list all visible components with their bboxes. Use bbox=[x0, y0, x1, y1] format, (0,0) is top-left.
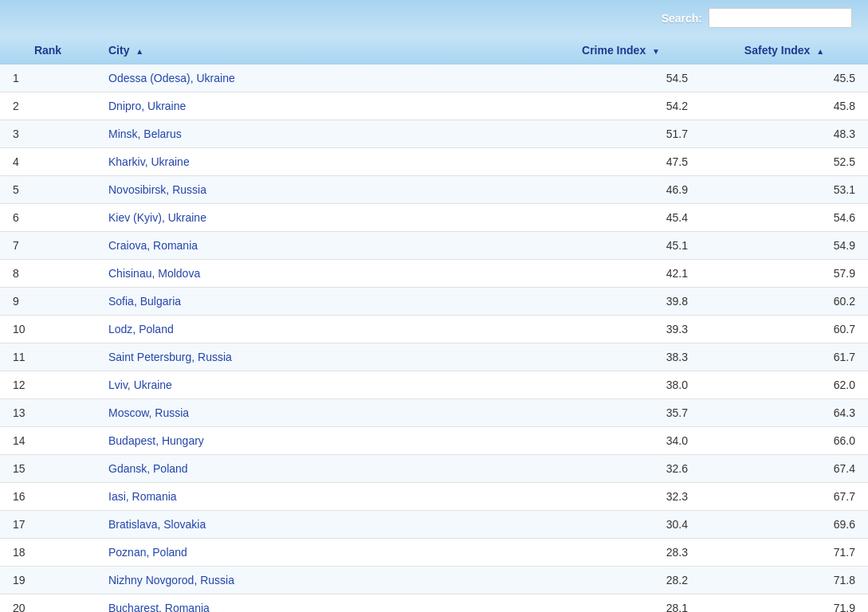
city-link[interactable]: Poznan, Poland bbox=[108, 546, 187, 559]
safety-index-header[interactable]: Safety Index ▲ bbox=[701, 36, 868, 65]
table-row: 19Nizhny Novgorod, Russia28.271.8 bbox=[0, 567, 868, 594]
safety-index-cell: 64.3 bbox=[701, 399, 868, 427]
rank-cell: 7 bbox=[0, 232, 96, 260]
crime-index-cell: 39.3 bbox=[541, 316, 701, 343]
table-row: 2Dnipro, Ukraine54.245.8 bbox=[0, 92, 868, 120]
crime-index-cell: 38.3 bbox=[541, 343, 701, 371]
city-cell[interactable]: Sofia, Bulgaria bbox=[96, 288, 541, 316]
city-cell[interactable]: Kharkiv, Ukraine bbox=[96, 148, 541, 176]
search-label: Search: bbox=[662, 12, 702, 25]
table-row: 18Poznan, Poland28.371.7 bbox=[0, 539, 868, 567]
rank-cell: 15 bbox=[0, 455, 96, 483]
city-cell[interactable]: Lviv, Ukraine bbox=[96, 371, 541, 399]
city-cell[interactable]: Budapest, Hungary bbox=[96, 427, 541, 455]
rank-cell: 6 bbox=[0, 204, 96, 232]
city-link[interactable]: Odessa (Odesa), Ukraine bbox=[108, 72, 235, 84]
crime-index-cell: 38.0 bbox=[541, 371, 701, 399]
safety-index-cell: 53.1 bbox=[701, 176, 868, 204]
rank-cell: 1 bbox=[0, 65, 96, 92]
rank-cell: 2 bbox=[0, 92, 96, 120]
search-input[interactable] bbox=[709, 8, 852, 28]
city-link[interactable]: Novosibirsk, Russia bbox=[108, 183, 206, 196]
city-header[interactable]: City ▲ bbox=[96, 36, 541, 65]
rank-header[interactable]: Rank bbox=[0, 36, 96, 65]
table-row: 15Gdansk, Poland32.667.4 bbox=[0, 455, 868, 483]
table-row: 14Budapest, Hungary34.066.0 bbox=[0, 427, 868, 455]
city-cell[interactable]: Gdansk, Poland bbox=[96, 455, 541, 483]
safety-sort-icon: ▲ bbox=[816, 47, 824, 56]
city-cell[interactable]: Minsk, Belarus bbox=[96, 120, 541, 148]
city-cell[interactable]: Lodz, Poland bbox=[96, 316, 541, 343]
crime-index-cell: 28.2 bbox=[541, 567, 701, 594]
city-sort-icon: ▲ bbox=[136, 47, 143, 56]
city-cell[interactable]: Bucharest, Romania bbox=[96, 594, 541, 613]
city-link[interactable]: Moscow, Russia bbox=[108, 406, 189, 419]
city-cell[interactable]: Novosibirsk, Russia bbox=[96, 176, 541, 204]
rank-cell: 19 bbox=[0, 567, 96, 594]
rank-cell: 3 bbox=[0, 120, 96, 148]
crime-index-cell: 42.1 bbox=[541, 260, 701, 288]
city-cell[interactable]: Iasi, Romania bbox=[96, 483, 541, 511]
safety-index-cell: 62.0 bbox=[701, 371, 868, 399]
city-cell[interactable]: Odessa (Odesa), Ukraine bbox=[96, 65, 541, 92]
rank-cell: 5 bbox=[0, 176, 96, 204]
crime-index-cell: 34.0 bbox=[541, 427, 701, 455]
crime-index-cell: 46.9 bbox=[541, 176, 701, 204]
city-cell[interactable]: Moscow, Russia bbox=[96, 399, 541, 427]
city-cell[interactable]: Bratislava, Slovakia bbox=[96, 511, 541, 539]
crime-index-cell: 54.2 bbox=[541, 92, 701, 120]
city-link[interactable]: Bucharest, Romania bbox=[108, 602, 210, 612]
table-row: 12Lviv, Ukraine38.062.0 bbox=[0, 371, 868, 399]
city-cell[interactable]: Craiova, Romania bbox=[96, 232, 541, 260]
crime-index-cell: 32.6 bbox=[541, 455, 701, 483]
city-link[interactable]: Kiev (Kyiv), Ukraine bbox=[108, 211, 206, 224]
crime-index-cell: 32.3 bbox=[541, 483, 701, 511]
city-link[interactable]: Nizhny Novgorod, Russia bbox=[108, 574, 234, 586]
crime-index-cell: 28.1 bbox=[541, 594, 701, 613]
rank-cell: 8 bbox=[0, 260, 96, 288]
safety-index-cell: 52.5 bbox=[701, 148, 868, 176]
city-link[interactable]: Iasi, Romania bbox=[108, 490, 177, 503]
city-link[interactable]: Kharkiv, Ukraine bbox=[108, 155, 190, 168]
table-body: 1Odessa (Odesa), Ukraine54.545.52Dnipro,… bbox=[0, 65, 868, 612]
safety-index-cell: 57.9 bbox=[701, 260, 868, 288]
city-link[interactable]: Budapest, Hungary bbox=[108, 434, 204, 447]
table-row: 3Minsk, Belarus51.748.3 bbox=[0, 120, 868, 148]
table-row: 20Bucharest, Romania28.171.9 bbox=[0, 594, 868, 613]
table-row: 9Sofia, Bulgaria39.860.2 bbox=[0, 288, 868, 316]
city-link[interactable]: Sofia, Bulgaria bbox=[108, 295, 181, 308]
crime-index-cell: 45.4 bbox=[541, 204, 701, 232]
search-bar: Search: bbox=[0, 0, 868, 36]
safety-index-cell: 54.9 bbox=[701, 232, 868, 260]
crime-index-cell: 47.5 bbox=[541, 148, 701, 176]
city-link[interactable]: Saint Petersburg, Russia bbox=[108, 351, 232, 363]
city-link[interactable]: Bratislava, Slovakia bbox=[108, 518, 206, 531]
rank-cell: 18 bbox=[0, 539, 96, 567]
city-link[interactable]: Gdansk, Poland bbox=[108, 462, 188, 475]
safety-index-cell: 67.7 bbox=[701, 483, 868, 511]
city-link[interactable]: Dnipro, Ukraine bbox=[108, 100, 186, 112]
city-cell[interactable]: Chisinau, Moldova bbox=[96, 260, 541, 288]
safety-index-cell: 71.7 bbox=[701, 539, 868, 567]
city-link[interactable]: Minsk, Belarus bbox=[108, 128, 182, 140]
rank-cell: 11 bbox=[0, 343, 96, 371]
crime-index-cell: 28.3 bbox=[541, 539, 701, 567]
crime-index-cell: 54.5 bbox=[541, 65, 701, 92]
rank-cell: 9 bbox=[0, 288, 96, 316]
city-cell[interactable]: Dnipro, Ukraine bbox=[96, 92, 541, 120]
main-container: Search: Rank City ▲ Crime Index ▼ Safety… bbox=[0, 0, 868, 612]
rank-cell: 16 bbox=[0, 483, 96, 511]
data-table: Rank City ▲ Crime Index ▼ Safety Index ▲… bbox=[0, 36, 868, 612]
crime-index-cell: 39.8 bbox=[541, 288, 701, 316]
city-cell[interactable]: Kiev (Kyiv), Ukraine bbox=[96, 204, 541, 232]
table-row: 5Novosibirsk, Russia46.953.1 bbox=[0, 176, 868, 204]
city-cell[interactable]: Nizhny Novgorod, Russia bbox=[96, 567, 541, 594]
table-row: 17Bratislava, Slovakia30.469.6 bbox=[0, 511, 868, 539]
city-link[interactable]: Chisinau, Moldova bbox=[108, 267, 200, 280]
city-link[interactable]: Craiova, Romania bbox=[108, 239, 198, 252]
city-link[interactable]: Lodz, Poland bbox=[108, 323, 174, 335]
city-link[interactable]: Lviv, Ukraine bbox=[108, 379, 172, 391]
city-cell[interactable]: Poznan, Poland bbox=[96, 539, 541, 567]
crime-index-header[interactable]: Crime Index ▼ bbox=[541, 36, 701, 65]
city-cell[interactable]: Saint Petersburg, Russia bbox=[96, 343, 541, 371]
